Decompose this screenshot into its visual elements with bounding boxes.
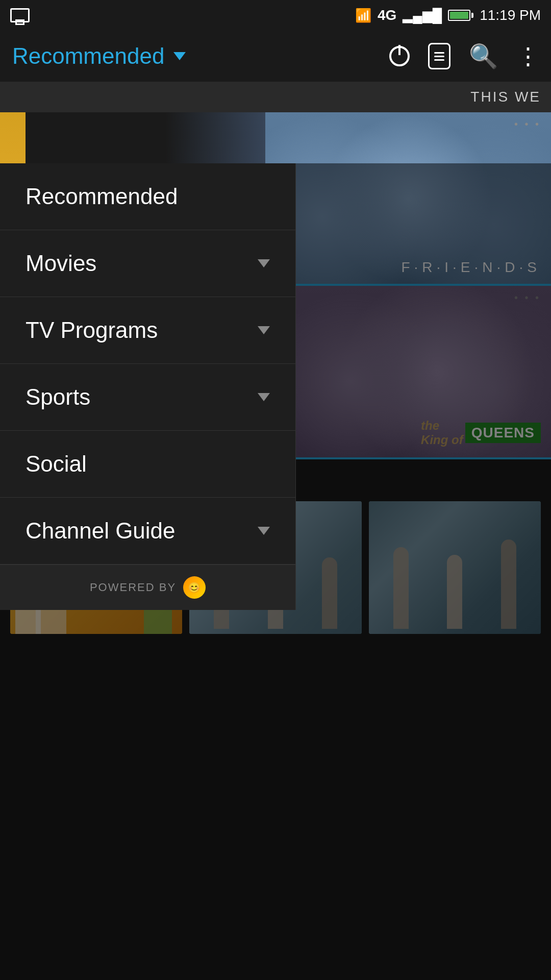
more-options-icon[interactable]: ⋮	[516, 42, 539, 70]
dropdown-item-label-channel-guide: Channel Guide	[26, 518, 176, 544]
time: 11:19 PM	[480, 7, 541, 23]
dropdown-item-label-social: Social	[26, 451, 87, 477]
friends-dots: • • •	[514, 118, 541, 130]
search-icon[interactable]: 🔍	[469, 42, 498, 70]
signal-icon: ▂▄▆█	[403, 8, 442, 23]
dropdown-item-sports[interactable]: Sports	[0, 364, 295, 431]
dropdown-item-channel-guide[interactable]: Channel Guide	[0, 498, 295, 565]
title-dropdown-arrow	[173, 52, 186, 60]
dropdown-menu: Recommended Movies TV Programs Sports So…	[0, 163, 296, 610]
remote-line-2	[434, 56, 444, 57]
dropdown-item-label-sports: Sports	[26, 384, 90, 410]
dropdown-item-label-recommended: Recommended	[26, 184, 178, 209]
dropdown-item-tv-programs[interactable]: TV Programs	[0, 297, 295, 364]
section-header: THIS WE	[0, 82, 551, 112]
app-bar-title-button[interactable]: Recommended	[12, 43, 389, 69]
power-icon[interactable]	[389, 46, 410, 66]
remote-line-1	[434, 52, 444, 54]
wifi-icon: 📶	[355, 8, 371, 23]
remote-icon[interactable]	[428, 43, 450, 69]
battery-icon	[448, 10, 473, 21]
remote-line-3	[434, 59, 444, 61]
powered-by-footer: POWERED BY 😊	[0, 565, 295, 610]
section-header-text: THIS WE	[470, 89, 541, 105]
dropdown-item-label-movies: Movies	[26, 251, 96, 276]
main-content: THIS WE • • • F·R·I·E·N·D·S • • • theKin…	[0, 82, 551, 980]
status-left	[10, 8, 30, 22]
network-type: 4G	[378, 7, 396, 23]
powered-by-text: POWERED BY	[90, 581, 176, 594]
powered-by-logo: 😊	[183, 576, 206, 599]
dropdown-item-recommended[interactable]: Recommended	[0, 163, 295, 230]
app-title-text: Recommended	[12, 43, 164, 69]
movies-arrow	[258, 259, 270, 267]
dropdown-item-movies[interactable]: Movies	[0, 230, 295, 297]
status-bar: 📶 4G ▂▄▆█ 11:19 PM	[0, 0, 551, 31]
dropdown-item-social[interactable]: Social	[0, 431, 295, 498]
screen-icon	[10, 8, 30, 22]
app-bar: Recommended 🔍 ⋮	[0, 31, 551, 82]
tv-programs-arrow	[258, 326, 270, 334]
app-bar-icons: 🔍 ⋮	[389, 42, 539, 70]
channel-guide-arrow	[258, 527, 270, 535]
sports-arrow	[258, 393, 270, 401]
status-right: 📶 4G ▂▄▆█ 11:19 PM	[355, 7, 541, 23]
dropdown-item-label-tv-programs: TV Programs	[26, 317, 158, 343]
